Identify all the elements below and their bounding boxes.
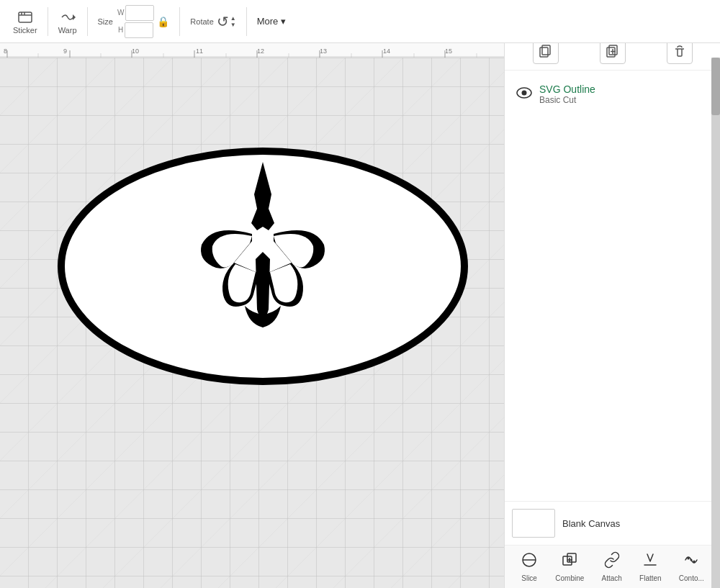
ruler-top: 8 9 10 11 12 13 14 15 bbox=[0, 43, 504, 58]
more-arrow: ▾ bbox=[281, 16, 286, 27]
rotate-up-arrow[interactable]: ▲ bbox=[230, 15, 236, 22]
artwork-svg[interactable] bbox=[43, 130, 482, 403]
slice-icon bbox=[521, 551, 538, 572]
svg-text:9: 9 bbox=[63, 48, 67, 55]
rotate-tool: Rotate ↺ ▲ ▼ bbox=[190, 13, 235, 30]
svg-text:15: 15 bbox=[445, 48, 452, 55]
svg-text:13: 13 bbox=[320, 48, 327, 55]
size-tool: Size W H 🔒 bbox=[98, 5, 170, 38]
combine-icon bbox=[561, 551, 578, 572]
layer-visibility-icon[interactable] bbox=[516, 87, 532, 102]
layer-name: SVG Outline bbox=[539, 83, 595, 95]
attach-label: Attach bbox=[602, 574, 622, 582]
slice-button[interactable]: Slice bbox=[521, 551, 538, 582]
attach-button[interactable]: Attach bbox=[602, 551, 622, 582]
blank-canvas-label: Blank Canvas bbox=[562, 518, 620, 529]
rotate-label: Rotate bbox=[190, 17, 213, 26]
flatten-button[interactable]: Flatten bbox=[639, 551, 662, 582]
svg-point-49 bbox=[690, 559, 693, 561]
svg-text:10: 10 bbox=[132, 48, 139, 55]
svg-text:14: 14 bbox=[383, 48, 390, 55]
warp-label: Warp bbox=[58, 26, 77, 35]
right-panel: Layers Color Sync ✕ bbox=[504, 0, 720, 588]
svg-point-32 bbox=[257, 273, 269, 288]
bottom-panel-toolbar: Slice Combine Attach bbox=[505, 545, 720, 588]
svg-rect-5 bbox=[0, 43, 504, 58]
size-label: Size bbox=[98, 17, 113, 26]
svg-point-50 bbox=[693, 561, 696, 563]
layer-type: Basic Cut bbox=[539, 95, 595, 105]
toolbar: Sticker Warp Size W H bbox=[0, 0, 720, 43]
separator-3 bbox=[179, 7, 180, 36]
combine-label: Combine bbox=[555, 574, 584, 582]
flatten-icon bbox=[642, 551, 659, 572]
layer-item-svg-outline[interactable]: SVG Outline Basic Cut bbox=[512, 78, 713, 111]
canvas-area bbox=[0, 43, 504, 588]
more-button[interactable]: More ▾ bbox=[251, 13, 292, 30]
warp-tool[interactable]: Warp bbox=[58, 9, 77, 35]
svg-text:8: 8 bbox=[4, 48, 7, 55]
attach-icon bbox=[603, 551, 621, 572]
blank-canvas-thumbnail bbox=[512, 509, 555, 538]
separator-1 bbox=[48, 7, 48, 36]
sticker-tool[interactable]: Sticker bbox=[13, 9, 37, 35]
width-input[interactable] bbox=[125, 5, 154, 21]
scrollbar-thumb[interactable] bbox=[711, 58, 720, 115]
svg-point-40 bbox=[522, 90, 527, 95]
layer-info: SVG Outline Basic Cut bbox=[539, 83, 595, 105]
svg-point-48 bbox=[688, 558, 690, 560]
sticker-label: Sticker bbox=[13, 26, 37, 35]
svg-marker-4 bbox=[73, 14, 76, 20]
contour-label: Conto... bbox=[679, 574, 704, 582]
svg-rect-33 bbox=[540, 48, 548, 57]
blank-canvas-section: Blank Canvas bbox=[505, 501, 720, 545]
height-input[interactable] bbox=[125, 22, 153, 38]
more-label: More bbox=[257, 16, 279, 27]
svg-text:12: 12 bbox=[257, 48, 264, 55]
separator-4 bbox=[246, 7, 247, 36]
separator-2 bbox=[87, 7, 88, 36]
slice-label: Slice bbox=[521, 574, 537, 582]
lock-icon[interactable]: 🔒 bbox=[157, 16, 169, 27]
rotate-down-arrow[interactable]: ▼ bbox=[230, 22, 236, 28]
combine-button[interactable]: Combine bbox=[555, 551, 584, 582]
contour-button[interactable]: Conto... bbox=[679, 551, 704, 582]
contour-icon bbox=[683, 551, 700, 572]
svg-rect-34 bbox=[542, 45, 550, 55]
svg-rect-35 bbox=[607, 48, 615, 57]
flatten-label: Flatten bbox=[639, 574, 662, 582]
layers-list: SVG Outline Basic Cut bbox=[505, 71, 720, 501]
canvas-scrollbar[interactable] bbox=[711, 58, 720, 588]
svg-rect-0 bbox=[19, 12, 32, 22]
rotate-icon: ↺ bbox=[217, 13, 229, 30]
warp-icon bbox=[59, 9, 76, 26]
sticker-icon bbox=[17, 9, 34, 26]
svg-text:11: 11 bbox=[196, 48, 203, 55]
